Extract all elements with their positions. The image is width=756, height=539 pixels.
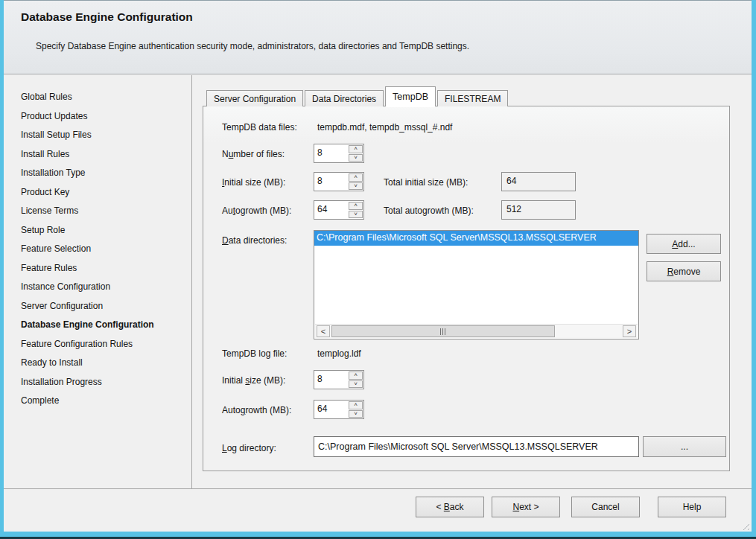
log-autogrowth-input[interactable]: 64 [314,401,348,418]
data-directories-listbox[interactable]: C:\Program Files\Microsoft SQL Server\MS… [314,230,639,339]
scroll-left-button[interactable]: < [317,325,330,337]
log-initial-size-label: Initial size (MB): [222,375,285,386]
sidebar-item-label: Setup Role [21,225,65,235]
sidebar-item-label: Install Setup Files [21,130,92,140]
chevron-up-icon: ˄ [354,402,358,408]
spin-down-button[interactable]: ˅ [349,182,363,191]
spin-down-button[interactable]: ˅ [349,211,363,219]
spin-up-button[interactable]: ˄ [349,401,363,409]
sidebar-item-label: Product Key [21,187,69,197]
autogrowth-spinner: 64 ˄ ˅ [314,200,364,220]
chevron-down-icon: ˅ [354,155,358,161]
sidebar-item-global-rules: Global Rules [21,88,191,107]
autogrowth-label: Autogrowth (MB): [222,205,291,216]
horizontal-scrollbar[interactable]: < > [315,324,638,338]
spin-up-button[interactable]: ˄ [349,145,363,153]
sidebar-item-product-updates: Product Updates [21,107,191,127]
initial-size-input[interactable]: 8 [314,173,348,191]
sidebar-item-label: Installation Type [21,168,86,178]
log-autogrowth-spinner: 64 ˄ ˅ [314,400,364,419]
scroll-left-icon: < [321,328,325,336]
sidebar-item-setup-role: Setup Role [21,221,191,240]
page-title: Database Engine Configuration [21,10,193,24]
log-autogrowth-label: Autogrowth (MB): [222,405,291,415]
sidebar-item-label: License Terms [21,205,78,216]
spin-up-button[interactable]: ˄ [349,173,363,182]
help-button[interactable]: Help [658,497,726,517]
log-directory-label: Log directory: [222,443,276,453]
tab-data-directories[interactable]: Data Directories [305,90,384,106]
scroll-right-icon: > [627,328,632,336]
tab-filestream[interactable]: FILESTREAM [437,90,508,106]
sidebar-item-label: Complete [21,395,59,406]
chevron-down-icon: ˅ [354,411,358,417]
remove-button[interactable]: Remove [647,261,721,281]
spin-down-button[interactable]: ˅ [349,380,363,389]
tab-tempdb[interactable]: TempDB [385,86,436,106]
setup-wizard-window: Database Engine Configuration Specify Da… [0,0,756,539]
scrollbar-thumb[interactable] [331,325,555,337]
initial-size-label: Initial size (MB): [222,177,285,188]
chevron-down-icon: ˅ [354,381,358,387]
tab-label: TempDB [393,92,428,102]
initial-size-spinner: 8 ˄ ˅ [314,172,364,191]
page-subtitle: Specify Database Engine authentication s… [36,41,469,51]
sidebar-item-installation-type: Installation Type [21,164,191,183]
sidebar-item-install-rules: Install Rules [21,145,191,165]
tab-label: FILESTREAM [445,94,501,104]
spin-down-button[interactable]: ˅ [349,154,363,162]
number-of-files-input[interactable]: 8 [314,144,348,162]
sidebar-item-label: Feature Configuration Rules [21,339,133,349]
sidebar-item-install-setup-files: Install Setup Files [21,126,191,145]
tab-label: Data Directories [312,94,376,104]
footer-separator [4,488,752,489]
sidebar-item-label: Global Rules [21,92,72,102]
wizard-steps-sidebar: Global Rules Product Updates Install Set… [4,75,192,488]
sidebar-item-license-terms: License Terms [21,202,191,221]
sidebar-item-complete: Complete [21,392,191,411]
data-directory-path: C:\Program Files\Microsoft SQL Server\MS… [317,232,597,243]
chevron-up-icon: ˄ [354,202,358,208]
log-initial-size-input[interactable]: 8 [314,371,348,389]
scroll-right-button[interactable]: > [623,325,636,337]
sidebar-item-database-engine-configuration: Database Engine Configuration [21,316,191,335]
resize-grip[interactable] [740,521,749,530]
sidebar-item-ready-to-install: Ready to Install [21,354,191,373]
back-button[interactable]: < Back [416,497,484,517]
total-initial-size-value: 64 [501,172,576,191]
spin-down-button[interactable]: ˅ [349,410,363,418]
sidebar-item-feature-rules: Feature Rules [21,259,191,278]
data-directory-item[interactable]: C:\Program Files\Microsoft SQL Server\MS… [314,231,638,246]
tab-server-configuration[interactable]: Server Configuration [206,90,303,106]
tab-label: Server Configuration [214,94,296,104]
sidebar-item-label: Feature Selection [21,243,91,254]
chevron-up-icon: ˄ [354,146,358,152]
sidebar-item-feature-configuration-rules: Feature Configuration Rules [21,335,191,354]
total-autogrowth-label: Total autogrowth (MB): [384,205,474,216]
sidebar-item-product-key: Product Key [21,183,191,202]
log-initial-size-spinner: 8 ˄ ˅ [314,370,364,389]
spin-up-button[interactable]: ˄ [349,371,363,380]
next-button[interactable]: Next > [492,497,560,517]
sidebar-item-label: Installation Progress [21,377,102,387]
cancel-button[interactable]: Cancel [571,497,640,517]
scrollbar-thumb-grip [440,328,447,335]
sidebar-item-installation-progress: Installation Progress [21,373,191,392]
wizard-header: Database Engine Configuration Specify Da… [4,1,752,74]
number-of-files-spinner: 8 ˄ ˅ [314,144,364,163]
autogrowth-input[interactable]: 64 [314,201,348,219]
sidebar-item-feature-selection: Feature Selection [21,240,191,259]
number-of-files-label: Number of files: [222,149,285,159]
total-autogrowth-value: 512 [501,200,576,220]
browse-button[interactable]: ... [643,436,726,457]
sidebar-item-label: Server Configuration [21,301,103,311]
add-button[interactable]: Add... [647,234,721,254]
tempdb-data-files-label: TempDB data files: [222,122,297,133]
tab-strip: Server Configuration Data Directories Te… [206,86,509,106]
sidebar-item-label: Ready to Install [21,357,83,368]
log-directory-input[interactable]: C:\Program Files\Microsoft SQL Server\MS… [314,436,639,457]
tempdb-log-file-value: templog.ldf [317,348,361,359]
tempdb-log-file-label: TempDB log file: [222,348,287,359]
chevron-down-icon: ˅ [354,211,358,217]
spin-up-button[interactable]: ˄ [349,202,363,210]
